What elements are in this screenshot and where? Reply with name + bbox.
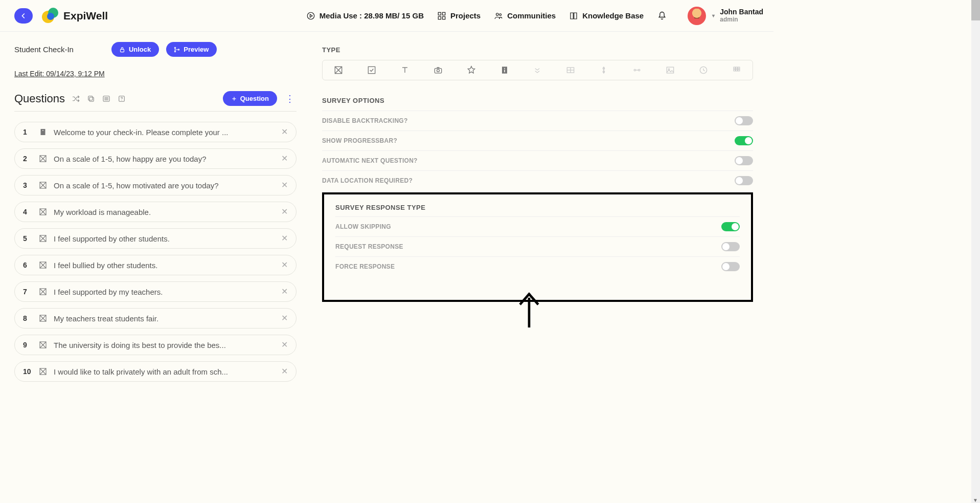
scrollbar[interactable]: ▲ ▼ xyxy=(971,0,980,503)
type-table-icon[interactable] xyxy=(565,64,576,76)
toggle-automatic-next[interactable] xyxy=(735,156,753,165)
question-number: 4 xyxy=(23,208,32,216)
option-allow-skipping: ALLOW SKIPPING xyxy=(335,216,740,236)
radio-icon xyxy=(38,314,48,323)
question-number: 8 xyxy=(23,314,32,322)
type-camera-icon[interactable] xyxy=(432,64,444,76)
shuffle-icon[interactable] xyxy=(71,94,80,103)
question-row[interactable]: 10I would like to talk privately with an… xyxy=(14,361,297,382)
arrow-left-icon xyxy=(19,12,28,20)
list-icon[interactable] xyxy=(102,94,111,103)
remove-question-button[interactable]: ✕ xyxy=(281,128,288,136)
question-text: On a scale of 1-5, how happy are you tod… xyxy=(54,155,275,163)
question-number: 6 xyxy=(23,261,32,269)
scroll-down-icon[interactable]: ▼ xyxy=(973,497,978,503)
question-row[interactable]: 2On a scale of 1-5, how happy are you to… xyxy=(14,148,297,169)
project-title: Student Check-In xyxy=(14,45,74,54)
type-time-icon[interactable] xyxy=(698,64,709,76)
type-checkbox-icon[interactable] xyxy=(366,64,377,76)
question-row[interactable]: 3On a scale of 1-5, how motivated are yo… xyxy=(14,175,297,195)
question-row[interactable]: 1Welcome to your check-in. Please comple… xyxy=(14,122,297,142)
type-image-icon[interactable] xyxy=(665,64,676,76)
svg-rect-3 xyxy=(438,16,441,19)
question-row[interactable]: 4My workload is manageable.✕ xyxy=(14,202,297,222)
notifications-button[interactable] xyxy=(657,11,667,21)
user-role: admin xyxy=(720,16,763,23)
toggle-request-response[interactable] xyxy=(721,242,740,251)
svg-rect-54 xyxy=(368,67,375,73)
nav-knowledge-base[interactable]: Knowledge Base xyxy=(569,11,644,20)
remove-question-button[interactable]: ✕ xyxy=(281,288,288,296)
svg-point-60 xyxy=(504,68,505,69)
questions-header: Questions Question ⋮ xyxy=(14,91,297,112)
app-header: ExpiWell Media Use : 28.98 MB/ 15 GB Pro… xyxy=(0,0,773,32)
type-slider-icon[interactable] xyxy=(598,64,609,76)
user-name: John Bantad xyxy=(720,8,763,16)
toggle-disable-backtracking[interactable] xyxy=(735,116,753,125)
grid-icon xyxy=(437,11,446,20)
nav-communities-label: Communities xyxy=(507,11,556,20)
type-link-icon[interactable] xyxy=(631,64,643,76)
option-show-progressbar: SHOW PROGRESSBAR? xyxy=(322,130,753,150)
question-row[interactable]: 8My teachers treat students fair.✕ xyxy=(14,308,297,329)
type-info-icon[interactable] xyxy=(499,64,510,76)
question-row[interactable]: 9The university is doing its best to pro… xyxy=(14,335,297,355)
back-button[interactable] xyxy=(14,8,33,24)
help-box-icon[interactable] xyxy=(117,94,126,103)
survey-response-type-box: SURVEY RESPONSE TYPE ALLOW SKIPPING REQU… xyxy=(322,192,753,302)
svg-rect-1 xyxy=(438,12,441,15)
question-number: 9 xyxy=(23,341,32,349)
option-request-response: REQUEST RESPONSE xyxy=(335,236,740,256)
remove-question-button[interactable]: ✕ xyxy=(281,341,288,349)
annotation-arrow-icon xyxy=(516,292,542,330)
remove-question-button[interactable]: ✕ xyxy=(281,367,288,376)
svg-point-5 xyxy=(496,13,499,15)
type-text-icon[interactable] xyxy=(399,64,411,76)
remove-question-button[interactable]: ✕ xyxy=(281,181,288,189)
svg-point-10 xyxy=(178,49,179,50)
question-row[interactable]: 5I feel supported by other students.✕ xyxy=(14,228,297,249)
avatar-icon xyxy=(688,7,706,25)
type-grid-icon[interactable] xyxy=(731,64,742,76)
unlock-label: Unlock xyxy=(129,46,151,53)
brand-logo[interactable]: ExpiWell xyxy=(42,8,108,24)
media-use-text: Media Use : 28.98 MB/ 15 GB xyxy=(320,11,424,20)
question-number: 5 xyxy=(23,234,32,243)
user-menu[interactable]: ▾ John Bantad admin xyxy=(688,7,763,25)
remove-question-button[interactable]: ✕ xyxy=(281,234,288,243)
remove-question-button[interactable]: ✕ xyxy=(281,208,288,216)
toggle-show-progressbar[interactable] xyxy=(735,136,753,145)
svg-rect-71 xyxy=(667,67,673,73)
unlock-button[interactable]: Unlock xyxy=(111,42,159,57)
last-edit-link[interactable]: Last Edit: 09/14/23, 9:12 PM xyxy=(14,70,105,78)
logo-mark-icon xyxy=(42,8,58,24)
nav-media-use[interactable]: Media Use : 28.98 MB/ 15 GB xyxy=(306,11,424,20)
remove-question-button[interactable]: ✕ xyxy=(281,261,288,269)
remove-question-button[interactable]: ✕ xyxy=(281,155,288,163)
type-radio-icon[interactable] xyxy=(333,64,344,76)
type-star-icon[interactable] xyxy=(466,64,477,76)
top-nav: Media Use : 28.98 MB/ 15 GB Projects Com… xyxy=(306,7,763,25)
scroll-thumb[interactable] xyxy=(971,0,980,20)
more-menu-button[interactable]: ⋮ xyxy=(283,93,297,104)
preview-button[interactable]: Preview xyxy=(166,42,217,57)
radio-icon xyxy=(38,234,48,243)
nav-projects[interactable]: Projects xyxy=(437,11,481,20)
toggle-allow-skipping[interactable] xyxy=(721,222,740,231)
caret-down-icon: ▾ xyxy=(712,13,715,18)
type-section-label: TYPE xyxy=(322,46,753,54)
question-text: My workload is manageable. xyxy=(54,208,275,216)
nav-communities[interactable]: Communities xyxy=(494,11,556,20)
toggle-force-response[interactable] xyxy=(721,262,740,271)
question-row[interactable]: 6I feel bullied by other students.✕ xyxy=(14,255,297,275)
radio-icon xyxy=(38,260,48,270)
add-question-button[interactable]: Question xyxy=(223,91,277,106)
question-number: 10 xyxy=(23,367,32,376)
nav-kb-label: Knowledge Base xyxy=(582,11,644,20)
question-text: Welcome to your check-in. Please complet… xyxy=(54,128,275,137)
copy-icon[interactable] xyxy=(86,94,96,103)
toggle-data-location[interactable] xyxy=(735,176,753,185)
question-row[interactable]: 7I feel supported by my teachers.✕ xyxy=(14,281,297,302)
type-dropdown-icon[interactable] xyxy=(532,64,543,76)
remove-question-button[interactable]: ✕ xyxy=(281,314,288,322)
